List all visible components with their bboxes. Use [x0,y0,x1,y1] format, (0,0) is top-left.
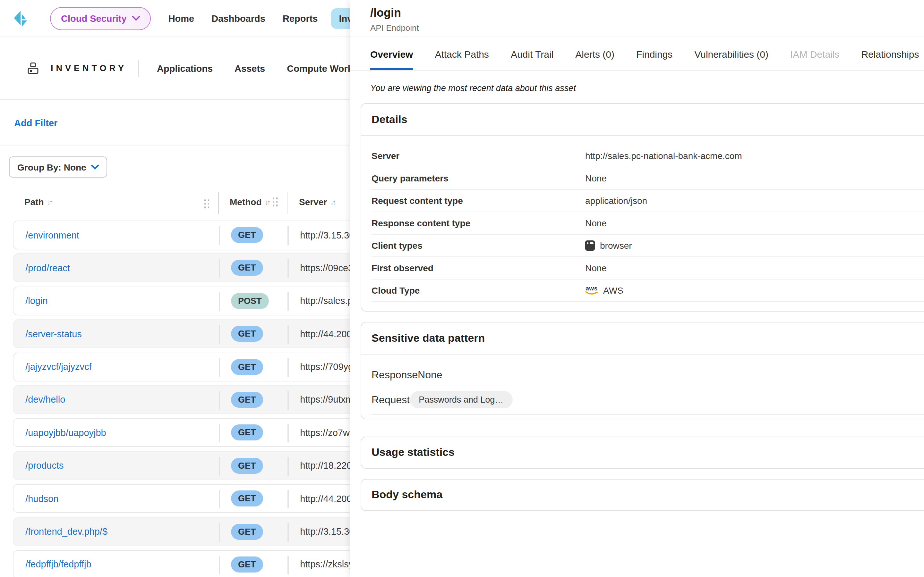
server-cell: http://3.15.30 [300,230,354,240]
cell-divider [288,292,289,311]
endpoint-path-link[interactable]: /fedpffjb/fedpffjb [25,559,91,570]
server-cell: http://44.200. [300,493,354,504]
method-badge: GET [231,556,263,572]
group-by-dropdown[interactable]: Group By: None [9,156,107,177]
drag-handle-icon[interactable] [273,197,278,206]
product-switcher-label: Cloud Security [61,13,127,23]
method-badge: GET [231,326,263,342]
cell-divider [288,226,289,245]
endpoint-path-link[interactable]: /prod/react [25,263,70,273]
cell-divider [288,523,289,542]
detail-row: Response content type aws None [372,212,924,235]
drawer-tab-vulnerabilities-0-[interactable]: Vulnerabilities (0) [694,49,768,70]
sensitive-data-heading: Sensitive data pattern [361,322,924,355]
detail-value: aws browser [585,240,632,251]
server-cell: http://44.200. [300,329,354,339]
column-header-path[interactable]: Path↓↑ [24,197,52,207]
body-schema-card[interactable]: Body schema [360,479,924,511]
group-by-label: Group By: None [17,162,86,172]
cell-divider [219,358,220,377]
endpoint-path-link[interactable]: /frontend_dev.php/$ [25,526,107,537]
detail-label: First observed [372,263,585,273]
endpoint-path-link[interactable]: /uapoyjbb/uapoyjbb [25,428,106,438]
sort-icon[interactable]: ↓↑ [47,198,52,206]
cell-divider [219,424,220,443]
sitemap-icon [27,62,39,74]
detail-label: Client types [372,240,585,251]
endpoint-path-link[interactable]: /environment [25,230,79,240]
detail-row: Request content type aws application/jso [372,190,924,212]
detail-value: aws None [585,173,607,183]
method-badge: GET [231,227,263,243]
cell-divider [288,325,289,343]
inventory-tab-assets[interactable]: Assets [228,57,271,79]
cell-divider [219,325,220,343]
drawer-header: /login API Endpoint [350,0,924,37]
column-header-server[interactable]: Server↓↑ [299,197,334,207]
server-cell: http://18.220. [300,460,354,471]
drawer-subtitle: API Endpoint [370,23,924,33]
cell-divider [288,490,289,508]
drawer-tab-relationships[interactable]: Relationships [861,49,919,70]
sensitive-label: Response [372,369,418,380]
cell-divider [219,523,220,542]
app-root: Cloud Security HomeDashboardsReportsInve… [0,0,924,577]
chevron-down-icon [132,16,140,21]
details-heading: Details [361,104,924,136]
server-cell: http://sales.pc [300,296,357,306]
endpoint-path-link[interactable]: /hudson [25,493,58,504]
detail-value: aws AWS [585,285,624,296]
drawer-tab-attack-paths[interactable]: Attack Paths [435,49,489,70]
endpoint-path-link[interactable]: /login [25,296,47,306]
drawer-tab-alerts-0-[interactable]: Alerts (0) [575,49,614,70]
cell-divider [288,556,289,574]
endpoint-path-link[interactable]: /dev/hello [25,395,65,405]
cell-divider [219,226,220,245]
product-switcher[interactable]: Cloud Security [50,7,151,30]
cell-divider [219,490,220,508]
drawer-tab-overview[interactable]: Overview [370,49,413,70]
column-header-method[interactable]: Method↓↑ [230,197,278,207]
server-cell: https://9utxm [300,395,353,405]
detail-row: Cloud Type aws AWS [372,279,924,302]
endpoint-path-link[interactable]: /products [25,460,63,471]
nav-item-reports[interactable]: Reports [279,8,322,29]
method-badge: GET [231,260,263,276]
cell-divider [288,391,289,410]
detail-label: Cloud Type [372,285,585,295]
drawer-tab-audit-trail[interactable]: Audit Trail [511,49,553,70]
details-card: Details Server aws [360,103,924,311]
detail-label: Response content type [372,218,585,228]
sensitive-label: Request [372,394,410,406]
sort-icon[interactable]: ↓↑ [330,198,334,206]
usage-statistics-heading: Usage statistics [361,437,924,468]
usage-statistics-card[interactable]: Usage statistics [360,437,924,469]
endpoint-path-link[interactable]: /server-status [25,329,82,339]
detail-value: aws application/json [585,195,647,206]
drawer-tab-findings[interactable]: Findings [636,49,672,70]
cell-divider [288,424,289,443]
nav-item-home[interactable]: Home [165,8,198,29]
add-filter-button[interactable]: Add Filter [14,118,57,128]
body-schema-heading: Body schema [361,480,924,510]
detail-value: aws http://sales.pc-national-bank-acme.c… [585,151,742,161]
sort-icon[interactable]: ↓↑ [265,198,270,206]
recent-data-notice: You are viewing the most recent data abo… [370,83,924,93]
section-title: INVENTORY [51,63,127,73]
drag-handle-icon[interactable] [204,199,210,208]
detail-label: Request content type [372,195,585,206]
detail-label: Server [372,151,585,161]
inventory-tab-applications[interactable]: Applications [150,57,219,79]
nav-item-dashboards[interactable]: Dashboards [208,8,269,29]
server-cell: https://zo7wlx [300,428,357,438]
detail-row: Server aws http://sales.pc-national-bank [372,145,924,167]
endpoint-path-link[interactable]: /jajyzvcf/jajyzvcf [25,362,91,372]
cell-divider [288,259,289,278]
server-cell: http://3.15.30 [300,526,354,537]
sensitive-pattern-chip[interactable]: Passwords and Log… [410,391,512,408]
detail-row: Client types aws browser [372,235,924,257]
method-badge: GET [231,359,263,375]
cell-divider [219,391,220,410]
method-badge: POST [231,293,269,309]
column-divider [287,192,288,214]
